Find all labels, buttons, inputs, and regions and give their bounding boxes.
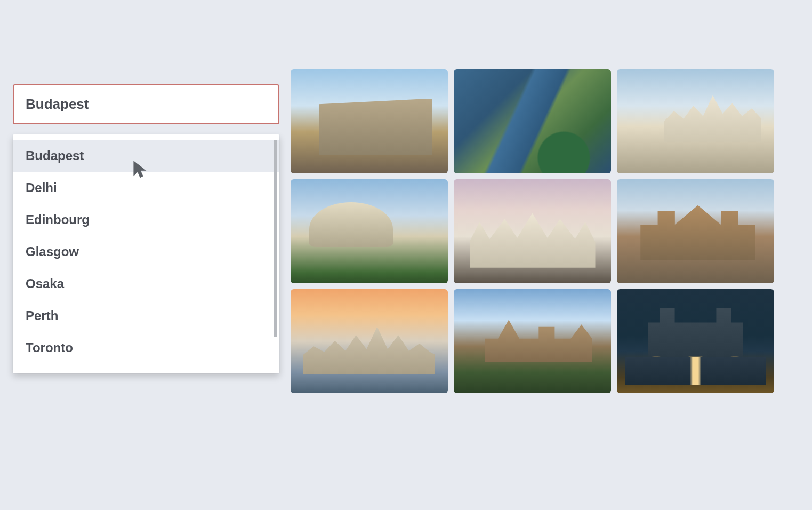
image-tile-vajdahunyad-castle[interactable] <box>454 289 611 393</box>
city-option[interactable]: Glasgow <box>13 236 279 268</box>
image-tile-szechenyi-baths-dome[interactable] <box>291 179 448 283</box>
image-tile-aerial-danube-castle[interactable] <box>454 69 611 173</box>
image-tile-chain-bridge-night[interactable] <box>617 289 774 393</box>
image-tile-great-market-hall[interactable] <box>617 179 774 283</box>
city-option[interactable]: Perth <box>13 300 279 332</box>
image-tile-parliament-with-tram[interactable] <box>617 69 774 173</box>
city-dropdown[interactable]: BudapestDelhiEdinbourgGlasgowOsakaPerthT… <box>13 134 279 373</box>
app-canvas: BudapestDelhiEdinbourgGlasgowOsakaPerthT… <box>0 0 812 510</box>
city-option-label: Budapest <box>26 148 84 163</box>
city-option-label: Toronto <box>26 340 73 355</box>
image-tile-fishermans-bastion[interactable] <box>454 179 611 283</box>
city-option[interactable]: Toronto <box>13 332 279 364</box>
city-option[interactable]: Delhi <box>13 172 279 204</box>
image-tile-parliament-river-sunset[interactable] <box>291 289 448 393</box>
city-search-field[interactable] <box>13 84 279 124</box>
city-search-input[interactable] <box>26 96 267 113</box>
city-option-label: Delhi <box>26 180 57 195</box>
city-option[interactable]: Budapest <box>13 140 279 172</box>
city-option[interactable]: Osaka <box>13 268 279 300</box>
city-option-label: Perth <box>26 308 58 323</box>
dropdown-scrollbar[interactable] <box>274 140 277 337</box>
city-option-label: Osaka <box>26 276 64 291</box>
city-option[interactable]: Edinbourg <box>13 204 279 236</box>
city-option-label: Edinbourg <box>26 212 90 227</box>
image-results-grid <box>291 69 774 393</box>
city-option-label: Glasgow <box>26 244 79 259</box>
image-tile-historic-street-building[interactable] <box>291 69 448 173</box>
